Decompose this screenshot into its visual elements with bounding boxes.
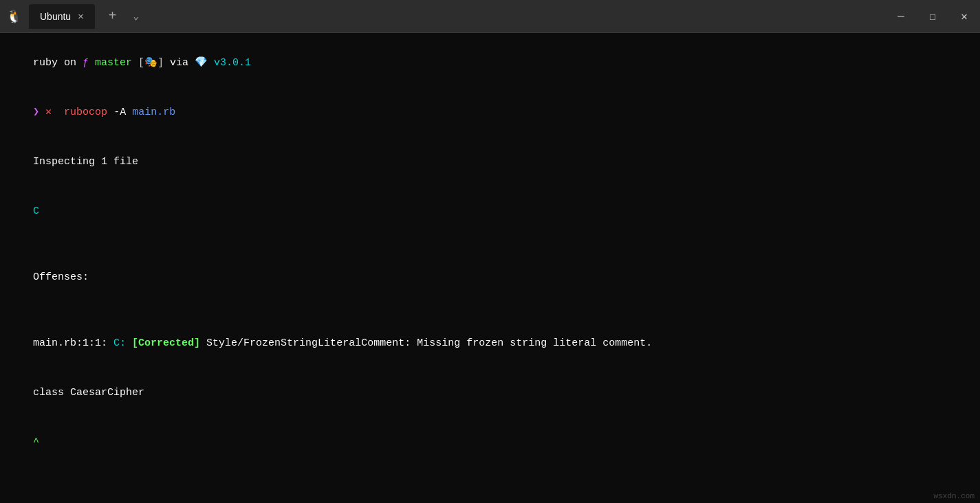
emoji-badge: [🎭] [138,57,170,69]
tab-dropdown-icon[interactable]: ⌄ [131,10,142,22]
offense-1-corrected: [Corrected] [132,337,200,349]
rubocop-cmd: rubocop [64,107,107,118]
diamond-icon: 💎 [195,57,208,69]
x-icon: ✕ [45,107,64,118]
flag-arg: -A [107,107,132,118]
blank-line-2 [8,302,972,319]
ruby-label: ruby on [33,57,83,69]
offense-1-loc: main.rb:1:1: [33,337,113,349]
ruby-version: v3.0.1 [208,57,251,69]
offenses-header-line: Offenses: [8,253,972,302]
offense-1-sev: C: [113,337,132,349]
offense-1-msg: Style/FrozenStringLiteralComment: Missin… [200,337,652,349]
file-arg: main.rb [132,107,175,118]
offense-2-location: main.rb:2:1: C: [Corrected] Layout/Empty… [8,484,972,503]
tab-close-icon[interactable]: ✕ [78,10,83,22]
maximize-button[interactable]: ☐ [917,0,948,33]
close-button[interactable]: ✕ [948,0,980,33]
offenses-header-text: Offenses: [33,271,89,283]
inspecting-text: Inspecting 1 file [33,156,138,168]
inspecting-line: Inspecting 1 file [8,137,972,187]
new-tab-button[interactable]: + [102,8,124,24]
tab-title: Ubuntu [40,11,71,22]
terminal-content: ruby on ƒ master [🎭] via 💎 v3.0.1 ❯ ✕ ru… [0,33,980,503]
prompt-line-1: ruby on ƒ master [🎭] via 💎 v3.0.1 [8,38,972,88]
status-char: C [33,205,39,217]
branch-icon: ƒ [83,57,89,69]
watermark: wsxdn.com [934,492,974,500]
via-label: via [170,57,195,69]
active-tab[interactable]: Ubuntu ✕ [29,4,95,29]
titlebar-left: 🐧 Ubuntu ✕ + ⌄ [6,4,142,29]
offense-1-location: main.rb:1:1: C: [Corrected] Style/Frozen… [8,319,972,368]
ubuntu-logo-icon: 🐧 [6,8,22,25]
titlebar: 🐧 Ubuntu ✕ + ⌄ — ☐ ✕ [0,0,980,33]
prompt-arrow-icon: ❯ [33,107,45,118]
offense-1-code: class CaesarCipher [8,368,972,418]
status-line: C [8,187,972,236]
offense-1-caret: ^ [8,418,972,467]
blank-line-3 [8,467,972,484]
window-controls: — ☐ ✕ [885,0,980,33]
minimize-button[interactable]: — [885,0,917,33]
blank-line-1 [8,236,972,253]
branch-name: master [89,57,138,69]
command-line: ❯ ✕ rubocop -A main.rb [8,88,972,137]
